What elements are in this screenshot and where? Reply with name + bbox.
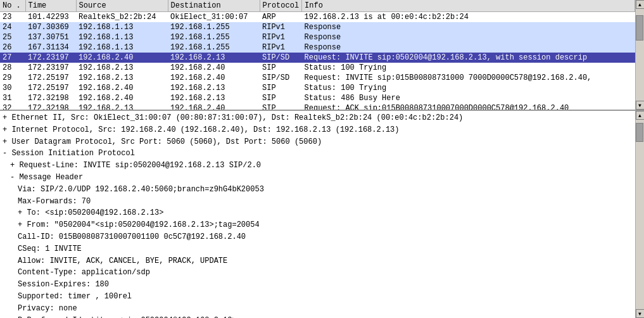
detail-line[interactable]: - Message Header: [0, 172, 635, 184]
detail-line: Supported: timer , 100rel: [0, 291, 635, 303]
detail-line[interactable]: + User Datagram Protocol, Src Port: 5060…: [0, 136, 635, 148]
detail-line: P-Preferred-Identity: <sip:0502004@192.1…: [0, 315, 635, 318]
packet-list: No . Time Source Destination Protocol In…: [0, 0, 644, 111]
detail-line: CSeq: 1 INVITE: [0, 243, 635, 255]
detail-line: Content-Type: application/sdp: [0, 267, 635, 279]
table-row[interactable]: 30172.25197192.168.2.40192.168.2.13SIPSt…: [0, 83, 635, 93]
table-row[interactable]: 27172.23197192.168.2.40192.168.2.13SIP/S…: [0, 53, 635, 63]
packet-list-scrollbar[interactable]: ▲ ▼: [635, 0, 644, 110]
detail-line[interactable]: + From: "0502004"<sip:0502004@192.168.2.…: [0, 219, 635, 231]
detail-line: Via: SIP/2.0/UDP 192.168.2.40:5060;branc…: [0, 184, 635, 196]
detail-scrollbar-down-arrow[interactable]: ▼: [636, 309, 645, 318]
detail-line: Max-Forwards: 70: [0, 196, 635, 208]
scrollbar-up-arrow[interactable]: ▲: [636, 0, 645, 9]
table-row[interactable]: 25137.30751192.168.1.13192.168.1.255RIPv…: [0, 32, 635, 42]
col-header-destination: Destination: [168, 0, 260, 12]
detail-line: Privacy: none: [0, 303, 635, 315]
scrollbar-down-arrow[interactable]: ▼: [636, 101, 645, 110]
detail-scrollbar[interactable]: ▲ ▼: [635, 111, 644, 318]
detail-line: Session-Expires: 180: [0, 279, 635, 291]
packet-table: No . Time Source Destination Protocol In…: [0, 0, 635, 110]
table-header-row: No . Time Source Destination Protocol In…: [0, 0, 635, 12]
detail-line: Call-ID: 015B008087310007001100 0c5C7@19…: [0, 231, 635, 243]
detail-line[interactable]: + To: <sip:0502004@192.168.2.13>: [0, 207, 635, 219]
detail-line[interactable]: - Session Initiation Protocol: [0, 148, 635, 160]
col-header-info: Info: [302, 0, 635, 12]
detail-line[interactable]: + Internet Protocol, Src: 192.168.2.40 (…: [0, 124, 635, 136]
packet-detail-panel: + Ethernet II, Src: OkiElect_31:00:07 (0…: [0, 111, 644, 318]
table-row[interactable]: 24107.30369192.168.1.13192.168.1.255RIPv…: [0, 22, 635, 32]
table-row[interactable]: 32172.32198192.168.2.13192.168.2.40SIPRe…: [0, 103, 635, 110]
col-header-no: No .: [0, 0, 25, 12]
col-header-source: Source: [76, 0, 168, 12]
table-row[interactable]: 26167.31134192.168.1.13192.168.1.255RIPv…: [0, 42, 635, 53]
scrollbar-thumb[interactable]: [636, 15, 643, 41]
col-header-time: Time: [25, 0, 76, 12]
col-header-protocol: Protocol: [260, 0, 302, 12]
table-row[interactable]: 23101.42293RealtekS_b2:2b:24OkiElect_31:…: [0, 12, 635, 23]
detail-scrollbar-up-arrow[interactable]: ▲: [636, 111, 645, 120]
table-row[interactable]: 31172.32198192.168.2.40192.168.2.13SIPSt…: [0, 93, 635, 103]
detail-line[interactable]: + Request-Line: INVITE sip:0502004@192.1…: [0, 160, 635, 172]
detail-line[interactable]: + Ethernet II, Src: OkiElect_31:00:07 (0…: [0, 112, 635, 124]
table-row[interactable]: 29172.25197192.168.2.13192.168.2.40SIP/S…: [0, 73, 635, 83]
detail-scrollbar-thumb[interactable]: [636, 123, 643, 142]
table-row[interactable]: 28172.23197192.168.2.13192.168.2.40SIPSt…: [0, 63, 635, 73]
detail-line: Allow: INVITE, ACK, CANCEL, BYE, PRACK, …: [0, 255, 635, 267]
